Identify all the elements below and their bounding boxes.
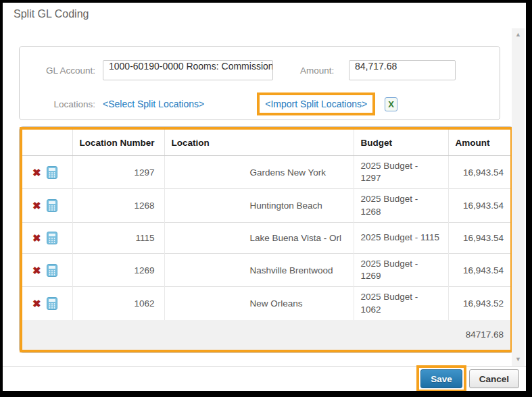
location-number-cell: 1268 [72, 189, 164, 222]
calculator-icon[interactable] [47, 199, 57, 212]
dialog-footer: Save Cancel [3, 366, 526, 391]
scroll-up-icon[interactable]: ▲ [515, 32, 521, 38]
excel-export-icon[interactable]: X [385, 97, 397, 111]
cancel-button[interactable]: Cancel [469, 369, 519, 388]
amount-label: Amount: [300, 65, 342, 76]
import-split-locations-link[interactable]: <Import Split Locations> [265, 99, 367, 109]
header-actions [22, 130, 72, 156]
delete-row-icon[interactable]: ✖ [32, 233, 41, 243]
location-number-cell: 1062 [72, 287, 164, 320]
delete-row-icon[interactable]: ✖ [32, 265, 41, 275]
location-number-cell: 1115 [72, 222, 164, 253]
location-cell: Huntington Beach [164, 189, 354, 222]
location-number-cell: 1297 [72, 156, 164, 189]
table-row: ✖ 1297 Gardens New York 2025 Budget -129… [22, 156, 510, 189]
header-budget: Budget [354, 130, 448, 156]
budget-cell: 2025 Budget -1268 [354, 189, 448, 222]
budget-cell: 2025 Budget -1297 [354, 156, 448, 189]
amount-cell: 16,943.54 [448, 253, 510, 286]
amount-cell: 16,943.54 [448, 222, 510, 253]
calculator-icon[interactable] [47, 232, 57, 244]
location-number-cell: 1269 [72, 253, 164, 286]
table-row: ✖ 1062 New Orleans 2025 Budget -1062 16,… [22, 287, 510, 320]
location-cell: Nashville Brentwood [164, 253, 354, 286]
header-location: Location [164, 130, 354, 156]
table-header-row: Location Number Location Budget Amount [22, 130, 510, 156]
amount-cell: 16,943.54 [448, 156, 510, 189]
delete-row-icon[interactable]: ✖ [32, 201, 41, 211]
scroll-down-icon[interactable]: ▼ [515, 356, 521, 363]
save-button[interactable]: Save [420, 369, 462, 388]
amount-cell: 16,943.52 [448, 287, 510, 320]
location-cell: Lake Buena Vista - Orl [164, 222, 354, 253]
locations-label: Locations: [20, 99, 95, 109]
budget-cell: 2025 Budget -1269 [354, 253, 448, 286]
highlight-box-save: Save [416, 365, 466, 392]
delete-row-icon[interactable]: ✖ [32, 167, 41, 178]
dialog-title: Split GL Coding [14, 8, 89, 20]
table-row: ✖ 1268 Huntington Beach 2025 Budget -126… [22, 189, 510, 222]
budget-cell: 2025 Budget -1062 [354, 287, 448, 320]
calculator-icon[interactable] [47, 166, 57, 179]
calculator-icon[interactable] [47, 264, 57, 277]
header-location-number: Location Number [72, 130, 164, 156]
location-cell: New Orleans [164, 287, 354, 320]
split-locations-table: Location Number Location Budget Amount ✖ [22, 130, 510, 350]
split-total: 84717.68 [22, 320, 510, 350]
vertical-scrollbar[interactable]: ▲ ▼ [512, 28, 525, 366]
table-row: ✖ 1115 Lake Buena Vista - Orl 2025 Budge… [22, 222, 510, 253]
gl-account-label: GL Account: [20, 65, 95, 76]
location-cell: Gardens New York [164, 156, 354, 189]
delete-row-icon[interactable]: ✖ [32, 298, 41, 309]
calculator-icon[interactable] [47, 297, 57, 310]
table-total-row: 84717.68 [22, 320, 510, 350]
table-row: ✖ 1269 Nashville Brentwood 2025 Budget -… [22, 253, 510, 286]
header-amount: Amount [448, 130, 510, 156]
gl-account-input[interactable]: 1000-60190-0000 Rooms: Commission [103, 60, 273, 80]
select-split-locations-link[interactable]: <Select Split Locations> [103, 99, 204, 109]
split-gl-coding-dialog: Split GL Coding GL Account: 1000-60190-0… [0, 0, 532, 397]
highlight-box-table: Location Number Location Budget Amount ✖ [20, 127, 513, 352]
split-table-container: Location Number Location Budget Amount ✖ [19, 126, 514, 353]
amount-cell: 16,943.54 [448, 189, 510, 222]
budget-cell: 2025 Budget - 1115 [354, 222, 448, 253]
amount-input[interactable]: 84,717.68 [349, 60, 456, 80]
gl-account-panel: GL Account: 1000-60190-0000 Rooms: Commi… [19, 46, 500, 120]
highlight-box-import: <Import Split Locations> [257, 92, 375, 115]
